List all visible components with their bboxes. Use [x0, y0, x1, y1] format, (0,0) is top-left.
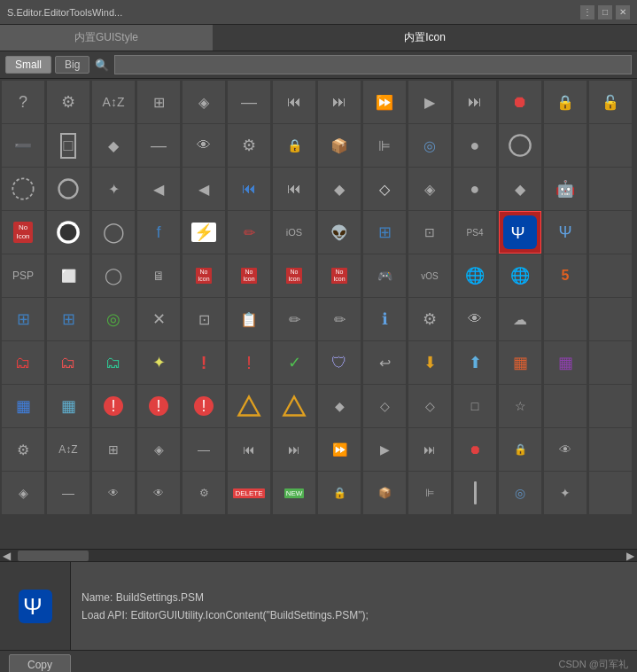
list-item[interactable]: 🖥 — [137, 254, 180, 297]
list-item[interactable]: 👁 — [454, 298, 496, 340]
list-item[interactable]: ⊞ — [47, 298, 89, 340]
list-item[interactable]: ⊡ — [183, 298, 225, 340]
list-item[interactable]: ⏭ — [408, 428, 451, 471]
list-item[interactable]: 🛡 — [318, 341, 361, 384]
list-item[interactable]: ◇ — [363, 168, 406, 210]
list-item[interactable]: ◎ — [92, 298, 135, 340]
maximize-button[interactable]: □ — [598, 5, 612, 20]
list-item[interactable]: ℹ — [363, 298, 406, 340]
list-item[interactable]: 📦 — [318, 124, 361, 167]
search-input[interactable] — [114, 55, 632, 74]
list-item[interactable]: ⊫ — [363, 124, 406, 167]
list-item[interactable]: — — [47, 472, 89, 514]
small-button[interactable]: Small — [5, 56, 51, 74]
scroll-right-arrow[interactable]: ▶ — [626, 550, 634, 561]
list-item[interactable]: □ — [454, 385, 496, 427]
list-item[interactable] — [589, 341, 632, 384]
copy-button[interactable]: Copy — [9, 654, 71, 673]
list-item[interactable] — [589, 385, 632, 427]
list-item[interactable]: 🌐 — [454, 254, 496, 297]
close-button[interactable]: ✕ — [616, 5, 630, 20]
list-item[interactable]: 📋 — [228, 298, 270, 340]
list-item[interactable]: ◯ — [92, 254, 135, 297]
list-item[interactable]: 🔒 — [544, 81, 587, 123]
list-item[interactable]: 🌐 — [499, 254, 541, 297]
list-item-selected[interactable]: Ψ — [499, 211, 541, 254]
list-item[interactable]: ! — [228, 341, 270, 384]
list-item[interactable]: ◆ — [499, 168, 541, 210]
list-item[interactable]: ⊞ — [137, 81, 180, 123]
list-item[interactable]: ⏺ — [499, 81, 541, 123]
list-item[interactable]: ➖ — [2, 124, 44, 167]
list-item[interactable]: 🔒 — [499, 428, 541, 471]
list-item[interactable]: ⬜ — [47, 254, 89, 297]
tab-guistyle[interactable]: 内置GUIStyle — [0, 25, 213, 51]
list-item[interactable]: ✏ — [273, 298, 315, 340]
list-item[interactable]: ⏭ — [454, 81, 496, 123]
list-item[interactable] — [454, 472, 496, 514]
list-item[interactable]: □ — [47, 124, 89, 167]
list-item[interactable]: 🔒 — [273, 124, 315, 167]
list-item[interactable]: PSP — [2, 254, 44, 297]
list-item[interactable]: NoIcon — [2, 211, 44, 254]
list-item[interactable]: iOS — [273, 211, 315, 254]
list-item[interactable] — [589, 472, 632, 514]
list-item[interactable] — [273, 385, 315, 427]
list-item[interactable] — [589, 254, 632, 297]
list-item[interactable]: 5 — [544, 254, 587, 297]
list-item[interactable]: f — [137, 211, 180, 254]
list-item[interactable] — [544, 124, 587, 167]
list-item[interactable]: ◇ — [363, 385, 406, 427]
tab-icon[interactable]: 内置Icon — [213, 25, 637, 51]
list-item[interactable]: ✏ — [318, 298, 361, 340]
list-item[interactable]: ! — [137, 385, 180, 427]
list-item[interactable]: ▦ — [2, 385, 44, 427]
list-item[interactable]: ↩ — [363, 341, 406, 384]
list-item[interactable]: 📦 — [363, 472, 406, 514]
list-item[interactable] — [589, 168, 632, 210]
list-item[interactable]: ⊞ — [92, 428, 135, 471]
list-item[interactable]: — — [183, 428, 225, 471]
list-item[interactable]: 🔓 — [589, 81, 632, 123]
list-item[interactable]: ⊞ — [363, 211, 406, 254]
list-item[interactable]: ◎ — [408, 124, 451, 167]
list-item[interactable] — [589, 124, 632, 167]
list-item[interactable]: ⏮ — [228, 168, 270, 210]
list-item[interactable]: NoIcon — [318, 254, 361, 297]
list-item[interactable]: ◎ — [499, 472, 541, 514]
icon-grid-container[interactable]: ? ⚙ A↕Z ⊞ ◈ — ⏮ ⏭ ⏩ ▶ ⏭ ⏺ 🔒 🔓 ➖ □ ◆ — 👁 … — [0, 79, 637, 549]
list-item[interactable]: Ψ — [544, 211, 587, 254]
list-item[interactable] — [228, 385, 270, 427]
list-item[interactable]: 🤖 — [544, 168, 587, 210]
list-item[interactable] — [499, 124, 541, 167]
list-item[interactable]: ✦ — [92, 168, 135, 210]
list-item[interactable]: ◈ — [408, 168, 451, 210]
list-item[interactable]: 🗂 — [2, 341, 44, 384]
list-item[interactable]: NoIcon — [228, 254, 270, 297]
list-item[interactable]: 🔒 — [318, 472, 361, 514]
list-item[interactable]: vOS — [408, 254, 451, 297]
list-item[interactable]: ⊫ — [408, 472, 451, 514]
list-item[interactable]: ⚙ — [2, 428, 44, 471]
list-item[interactable]: ◆ — [318, 385, 361, 427]
list-item[interactable]: ⏮ — [273, 81, 315, 123]
list-item[interactable]: ✦ — [137, 341, 180, 384]
list-item[interactable]: ⚡ — [183, 211, 225, 254]
list-item[interactable]: 🎮 — [363, 254, 406, 297]
big-button[interactable]: Big — [55, 56, 89, 74]
list-item[interactable]: ◆ — [92, 124, 135, 167]
list-item[interactable] — [47, 168, 89, 210]
list-item[interactable] — [589, 211, 632, 254]
list-item[interactable]: ☆ — [499, 385, 541, 427]
list-item[interactable]: 🗂 — [92, 341, 135, 384]
list-item[interactable]: 👁 — [183, 124, 225, 167]
list-item[interactable]: ▦ — [499, 341, 541, 384]
list-item[interactable] — [589, 298, 632, 340]
list-item[interactable] — [589, 428, 632, 471]
list-item[interactable]: ! — [183, 341, 225, 384]
list-item[interactable]: ▦ — [544, 341, 587, 384]
list-item[interactable]: ⚙ — [228, 124, 270, 167]
list-item[interactable]: ? — [2, 81, 44, 123]
list-item[interactable]: ! — [92, 385, 135, 427]
list-item[interactable]: ⚙ — [183, 472, 225, 514]
